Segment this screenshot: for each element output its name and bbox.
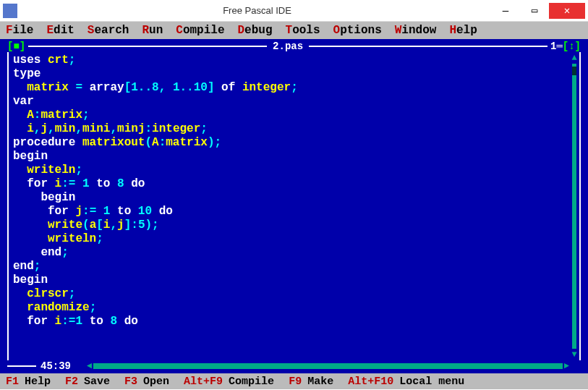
shortcut-key: F9 [289, 376, 302, 388]
titlebar: Free Pascal IDE — ▭ ✕ [0, 0, 588, 22]
shortcut-label-help[interactable]: Help [25, 376, 51, 388]
vertical-scrollbar[interactable]: ▲ ▼ [571, 54, 578, 359]
menubar: FileEditSearchRunCompileDebugToolsOption… [0, 22, 588, 39]
editor-filename: 2.pas [270, 41, 306, 52]
resize-icon[interactable]: [↕] [563, 41, 581, 52]
scroll-up-icon[interactable]: ▲ [571, 54, 576, 62]
shortcut-key: Alt+F9 [184, 376, 223, 388]
app-icon [3, 4, 17, 18]
menu-run[interactable]: Run [142, 24, 163, 37]
cursor-position: 45:39 [36, 360, 75, 372]
maximize-button[interactable]: ▭ [520, 3, 549, 19]
menu-tools[interactable]: Tools [286, 24, 320, 37]
editor-area: [■] 2.pas 1 ═ [↕] uses crt;type matrix =… [0, 39, 588, 373]
scroll-down-icon[interactable]: ▼ [571, 350, 576, 359]
scroll-right-icon[interactable]: ► [564, 361, 569, 371]
horizontal-scrollbar[interactable]: ◄ ► [87, 362, 569, 370]
shortcut-key: Alt+F10 [348, 376, 393, 388]
menu-debug[interactable]: Debug [238, 24, 273, 37]
shortcut-label-save[interactable]: Save [84, 376, 110, 388]
editor-frame-top: [■] 2.pas 1 ═ [↕] [7, 41, 581, 52]
window-title: Free Pascal IDE [23, 5, 491, 16]
menu-compile[interactable]: Compile [176, 24, 224, 37]
menu-window[interactable]: Window [395, 24, 437, 37]
menu-help[interactable]: Help [449, 24, 477, 37]
menu-options[interactable]: Options [333, 24, 382, 37]
shortcut-label-make[interactable]: Make [307, 376, 333, 388]
menu-search[interactable]: Search [88, 24, 129, 37]
window-buttons: — ▭ ✕ [491, 3, 585, 19]
close-button[interactable]: ✕ [549, 3, 585, 19]
shortcut-label-local-menu[interactable]: Local menu [399, 376, 464, 388]
frame-control-icon[interactable]: [■] [7, 41, 25, 52]
menu-file[interactable]: File [6, 24, 33, 37]
shortcut-key: F3 [124, 376, 137, 388]
statusbar: F1HelpF2SaveF3OpenAlt+F9CompileF9MakeAlt… [0, 373, 588, 389]
menu-edit[interactable]: Edit [46, 24, 74, 37]
border-right [578, 52, 581, 360]
border-left [7, 52, 10, 360]
shortcut-label-open[interactable]: Open [143, 376, 169, 388]
editor-frame-bottom: 45:39 ◄ ► [7, 360, 581, 372]
code-editor[interactable]: uses crt;type matrix = array[1..8, 1..10… [13, 54, 569, 359]
shortcut-key: F2 [65, 376, 78, 388]
shortcut-label-compile[interactable]: Compile [229, 376, 274, 388]
minimize-button[interactable]: — [491, 3, 520, 19]
shortcut-key: F1 [6, 376, 19, 388]
scroll-left-icon[interactable]: ◄ [87, 361, 92, 371]
